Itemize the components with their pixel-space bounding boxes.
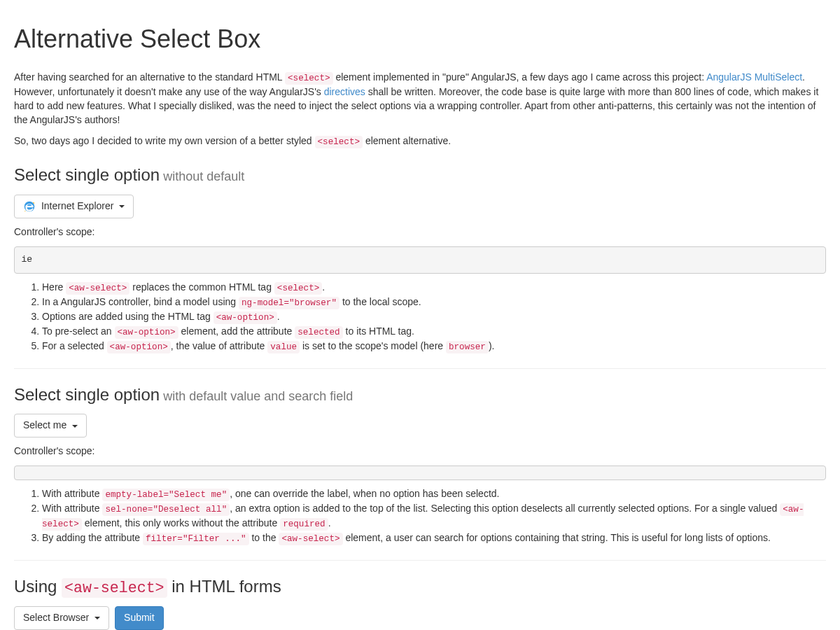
text: To pre-select an — [42, 326, 115, 337]
code: filter="Filter ..." — [143, 533, 249, 545]
list-item: Here <aw-select> replaces the common HTM… — [42, 281, 826, 295]
heading-text: Select single option — [14, 165, 160, 184]
list-item: By adding the attribute filter="Filter .… — [42, 531, 826, 546]
list-item: With attribute sel-none="Deselect all", … — [42, 502, 826, 531]
text: , the value of attribute — [171, 340, 268, 351]
text: is set to the scope's model (here — [300, 340, 446, 351]
text: ). — [489, 340, 495, 351]
code: browser — [446, 341, 489, 354]
text: element, this only works without the att… — [82, 517, 280, 528]
text: With attribute — [42, 503, 102, 514]
internet-explorer-icon — [23, 200, 36, 213]
list-item: In a AngularJS controller, bind a model … — [42, 295, 826, 310]
link-directives[interactable]: directives — [324, 86, 365, 97]
heading-sub: without default — [160, 169, 244, 183]
text: . — [277, 311, 280, 322]
code: <select> — [274, 282, 322, 295]
divider — [14, 560, 826, 561]
code: empty-label="Select me" — [102, 489, 230, 501]
dropdown-label: Internet Explorer — [41, 200, 114, 211]
text: . — [322, 281, 325, 293]
list-item: For a selected <aw-option>, the value of… — [42, 340, 826, 354]
code: <aw-option> — [115, 326, 178, 339]
form-row: Select Browser Submit — [14, 606, 826, 630]
text: By adding the attribute — [42, 532, 143, 543]
code: <aw-select> — [279, 533, 342, 545]
list-item: To pre-select an <aw-option> element, ad… — [42, 325, 826, 340]
code: required — [280, 518, 328, 531]
dropdown-label: Select Browser — [23, 612, 89, 623]
code: <aw-select> — [62, 578, 167, 598]
text: With attribute — [42, 488, 102, 499]
scope-label: Controller's scope: — [14, 444, 826, 458]
scope-output — [14, 465, 826, 480]
text: Options are added using the HTML tag — [42, 311, 214, 322]
link-angularjs-multiselect[interactable]: AngularJS MultiSelect — [706, 71, 802, 83]
intro-paragraph-1: After having searched for an alternative… — [14, 71, 826, 127]
submit-button[interactable]: Submit — [115, 606, 164, 630]
section2-list: With attribute empty-label="Select me", … — [14, 487, 826, 546]
heading-text: Select single option — [14, 385, 160, 404]
text: element, add the attribute — [178, 326, 295, 337]
text: , one can override the label, when no op… — [230, 488, 499, 499]
heading-text: Using — [14, 577, 62, 596]
code-select: <select> — [285, 72, 332, 85]
code: value — [267, 341, 300, 354]
text: replaces the common HTML tag — [130, 281, 274, 293]
scope-label: Controller's scope: — [14, 225, 826, 239]
code: sel-none="Deselect all" — [102, 503, 230, 516]
select-browser-dropdown[interactable]: Select Browser — [14, 606, 109, 630]
text: element implemented in "pure" AngularJS,… — [333, 71, 707, 83]
text: element alternative. — [363, 135, 451, 146]
heading-text: in HTML forms — [167, 577, 281, 596]
dropdown-label: Select me — [23, 419, 66, 430]
select-me-dropdown[interactable]: Select me — [14, 414, 87, 438]
text: Here — [42, 281, 66, 293]
text: So, two days ago I decided to write my o… — [14, 135, 315, 146]
scope-output: ie — [14, 246, 826, 274]
code: <aw-option> — [214, 312, 277, 324]
code: <aw-option> — [107, 341, 171, 354]
code-select: <select> — [315, 136, 363, 148]
intro-paragraph-2: So, two days ago I decided to write my o… — [14, 134, 826, 149]
section1-heading: Select single option without default — [14, 163, 826, 187]
code: selected — [295, 326, 342, 339]
code: ng-model="browser" — [239, 297, 340, 309]
text: . — [328, 517, 331, 528]
text: After having searched for an alternative… — [14, 71, 285, 83]
text: to its HTML tag. — [343, 326, 414, 337]
heading-sub: with default value and search field — [160, 389, 353, 403]
caret-down-icon — [72, 425, 78, 428]
caret-down-icon — [94, 617, 100, 620]
list-item: Options are added using the HTML tag <aw… — [42, 310, 826, 325]
text: to the local scope. — [340, 296, 421, 307]
text: For a selected — [42, 340, 107, 351]
divider — [14, 368, 826, 369]
caret-down-icon — [119, 205, 125, 208]
page-title: Alternative Select Box — [14, 21, 826, 57]
section3-heading: Using <aw-select> in HTML forms — [14, 575, 826, 599]
code: <aw-select> — [66, 282, 130, 295]
text: element, a user can search for options c… — [343, 532, 771, 543]
section1-list: Here <aw-select> replaces the common HTM… — [14, 281, 826, 354]
text: , an extra option is added to the top of… — [230, 503, 780, 514]
text: In a AngularJS controller, bind a model … — [42, 296, 239, 307]
section2-heading: Select single option with default value … — [14, 383, 826, 407]
list-item: With attribute empty-label="Select me", … — [42, 487, 826, 502]
browser-select-dropdown[interactable]: Internet Explorer — [14, 195, 134, 218]
text: to the — [249, 532, 279, 543]
